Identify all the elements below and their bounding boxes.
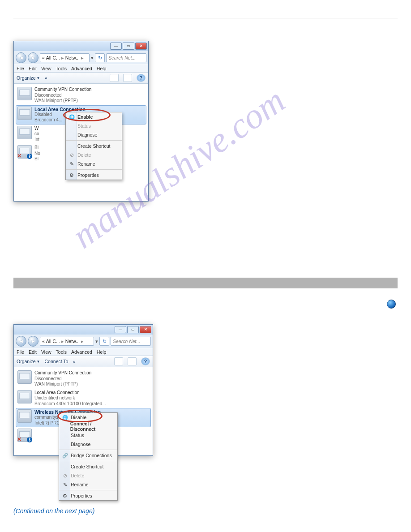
- delete-icon: ⊘: [68, 152, 75, 158]
- help-button[interactable]: ?: [137, 74, 146, 82]
- network-connections-window-2: — ▭ ✕ « All C... ▸ Netw... ▸ ▾ ↻ Search …: [13, 324, 153, 456]
- back-button[interactable]: [16, 336, 26, 347]
- context-menu: 🌐Enable Status Diagnose Create Shortcut …: [65, 112, 122, 180]
- menu-edit[interactable]: Edit: [29, 349, 37, 355]
- preview-pane-button[interactable]: [123, 74, 132, 82]
- minimize-button[interactable]: —: [110, 43, 122, 50]
- properties-icon: ⚙: [62, 493, 68, 499]
- menu-edit[interactable]: Edit: [29, 66, 37, 71]
- rename-icon: ✎: [62, 481, 68, 488]
- search-input[interactable]: Search Net...: [106, 53, 146, 62]
- ctx-create-shortcut[interactable]: Create Shortcut: [59, 462, 117, 471]
- preview-pane-button[interactable]: [128, 357, 137, 365]
- nav-row: « All C... ▸ Netw... ▸ ▾ ↻ Search Net...: [14, 51, 148, 64]
- ctx-delete: ⊘Delete: [66, 150, 122, 159]
- network-adapter-icon: [17, 87, 32, 100]
- enable-icon: 🌐: [68, 114, 75, 120]
- view-options-button[interactable]: [114, 357, 123, 365]
- menubar: File Edit View Tools Advanced Help: [14, 64, 148, 73]
- network-connections-window-1: — ▭ ✕ « All C... ▸ Netw... ▸ ▾ ↻ Search …: [13, 41, 149, 202]
- ctx-status[interactable]: Status: [59, 431, 117, 440]
- ctx-delete: ⊘Delete: [59, 471, 117, 480]
- section-divider-bar: [13, 278, 398, 288]
- nav-row: « All C... ▸ Netw... ▸ ▾ ↻ Search Net...: [14, 335, 153, 348]
- maximize-button[interactable]: ▭: [127, 326, 139, 333]
- menu-file[interactable]: File: [17, 349, 24, 355]
- page-footer-note: (Continued on the next page): [13, 507, 398, 515]
- ctx-connect-disconnect[interactable]: Connect / Disconnect: [59, 422, 117, 431]
- menu-view[interactable]: View: [41, 66, 51, 71]
- toolbar-more[interactable]: »: [73, 359, 75, 364]
- network-adapter-icon: [17, 390, 32, 403]
- network-adapter-icon: [17, 107, 32, 120]
- forward-button[interactable]: [28, 52, 39, 63]
- bridge-icon: 🔗: [62, 452, 68, 459]
- address-bar[interactable]: « All C... ▸ Netw... ▸: [40, 337, 94, 346]
- refresh-button[interactable]: ↻: [95, 53, 105, 62]
- ctx-properties[interactable]: ⚙Properties: [59, 491, 117, 500]
- ctx-properties[interactable]: ⚙Properties: [66, 171, 122, 180]
- titlebar: — ▭ ✕: [14, 41, 148, 51]
- maximize-button[interactable]: ▭: [123, 43, 134, 50]
- network-adapter-icon: [17, 370, 32, 384]
- toolbar-more[interactable]: »: [45, 75, 47, 81]
- menu-advanced[interactable]: Advanced: [71, 349, 92, 355]
- ctx-diagnose[interactable]: Diagnose: [59, 440, 117, 449]
- organize-button[interactable]: Organize ▼: [17, 359, 40, 364]
- content-pane: Community VPN Connection Disconnected WA…: [14, 84, 148, 201]
- menu-help[interactable]: Help: [97, 66, 107, 71]
- disable-icon: 🌐: [62, 414, 68, 420]
- list-item[interactable]: Community VPN Connection Disconnected WA…: [16, 86, 146, 105]
- rename-icon: ✎: [68, 161, 75, 167]
- toolbar: Organize ▼ Connect To » ?: [14, 356, 153, 367]
- close-button[interactable]: ✕: [140, 326, 151, 333]
- network-adapter-icon: [17, 126, 32, 139]
- ctx-create-shortcut[interactable]: Create Shortcut: [66, 142, 122, 150]
- minimize-button[interactable]: —: [115, 326, 126, 333]
- properties-icon: ⚙: [68, 172, 75, 178]
- ctx-disable[interactable]: 🌐Disable: [59, 413, 117, 422]
- content-pane: Community VPN Connection Disconnected WA…: [14, 367, 153, 455]
- list-item[interactable]: Local Area Connection Unidentified netwo…: [16, 389, 151, 408]
- context-menu: 🌐Disable Connect / Disconnect Status Dia…: [59, 412, 118, 501]
- wireless-adapter-icon: [17, 409, 32, 423]
- menu-tools[interactable]: Tools: [56, 66, 67, 71]
- menu-view[interactable]: View: [41, 349, 51, 355]
- ctx-diagnose[interactable]: Diagnose: [66, 130, 122, 139]
- back-button[interactable]: [16, 52, 26, 63]
- connect-to-button[interactable]: Connect To: [45, 359, 68, 364]
- help-button[interactable]: ?: [141, 357, 150, 365]
- top-divider: [13, 18, 398, 18]
- titlebar: — ▭ ✕: [14, 325, 153, 335]
- organize-button[interactable]: Organize ▼: [17, 75, 40, 81]
- bluetooth-adapter-icon: ✕ᛒ: [17, 145, 32, 159]
- refresh-button[interactable]: ↻: [99, 337, 109, 346]
- forward-button[interactable]: [28, 336, 39, 347]
- toolbar: Organize ▼ » ?: [14, 73, 148, 84]
- list-item[interactable]: Community VPN Connection Disconnected WA…: [16, 369, 151, 389]
- bluetooth-adapter-icon: ✕ᛒ: [17, 429, 32, 442]
- search-input[interactable]: Search Net...: [111, 337, 151, 346]
- ctx-rename[interactable]: ✎Rename: [59, 480, 117, 489]
- address-bar[interactable]: « All C... ▸ Netw... ▸: [40, 53, 90, 62]
- menu-file[interactable]: File: [17, 66, 24, 71]
- close-button[interactable]: ✕: [135, 43, 147, 50]
- menu-tools[interactable]: Tools: [56, 349, 67, 355]
- delete-icon: ⊘: [62, 472, 68, 479]
- globe-icon: [387, 300, 396, 309]
- ctx-rename[interactable]: ✎Rename: [66, 159, 122, 168]
- menu-advanced[interactable]: Advanced: [71, 66, 92, 71]
- ctx-bridge[interactable]: 🔗Bridge Connections: [59, 451, 117, 460]
- ctx-status: Status: [66, 121, 122, 130]
- view-options-button[interactable]: [110, 74, 119, 82]
- menubar: File Edit View Tools Advanced Help: [14, 348, 153, 356]
- ctx-enable[interactable]: 🌐Enable: [66, 112, 122, 121]
- menu-help[interactable]: Help: [97, 349, 107, 355]
